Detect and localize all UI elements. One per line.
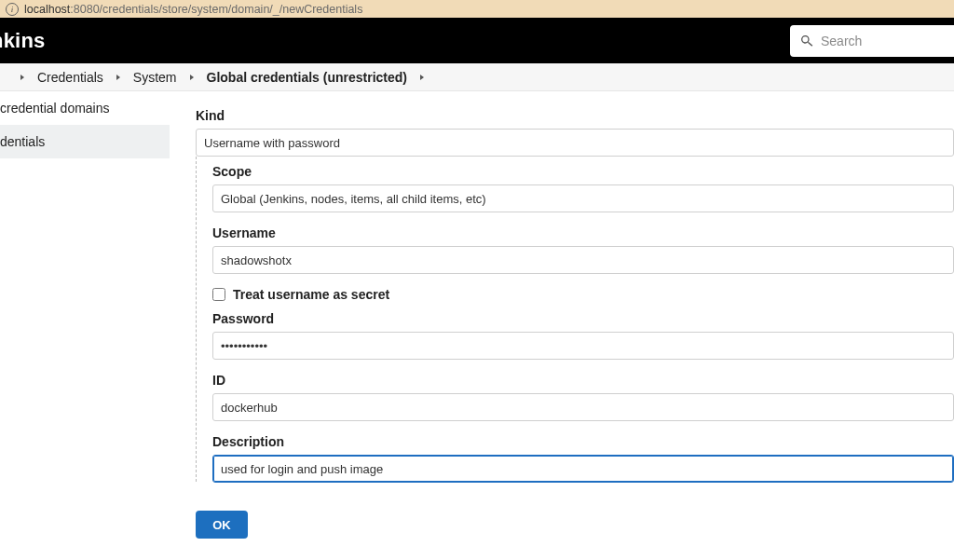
search-box[interactable] bbox=[790, 25, 954, 57]
sidebar: credential domains dentials bbox=[0, 91, 170, 560]
breadcrumb-credentials[interactable]: Credentials bbox=[32, 70, 109, 85]
jenkins-logo-text[interactable]: nkins bbox=[0, 29, 45, 53]
browser-address-bar: i localhost :8080/credentials/store/syst… bbox=[0, 0, 954, 18]
scope-label: Scope bbox=[212, 164, 954, 179]
description-label: Description bbox=[212, 434, 954, 449]
kind-value: Username with password bbox=[204, 136, 340, 150]
sidebar-item-credentials[interactable]: dentials bbox=[0, 125, 170, 158]
username-input-wrap[interactable] bbox=[212, 246, 954, 274]
breadcrumb: Credentials System Global credentials (u… bbox=[0, 63, 954, 91]
main-form: Kind Username with password Scope Global… bbox=[170, 91, 954, 560]
password-input-wrap[interactable] bbox=[212, 332, 954, 360]
breadcrumb-global-credentials[interactable]: Global credentials (unrestricted) bbox=[201, 70, 414, 85]
username-input[interactable] bbox=[221, 253, 946, 267]
treat-username-secret-checkbox[interactable] bbox=[212, 288, 225, 301]
sidebar-item-label: credential domains bbox=[0, 101, 110, 116]
url-path: :8080/credentials/store/system/domain/_/… bbox=[70, 3, 362, 16]
breadcrumb-system[interactable]: System bbox=[128, 70, 183, 85]
id-input[interactable] bbox=[221, 401, 946, 415]
id-input-wrap[interactable] bbox=[212, 393, 954, 421]
search-input[interactable] bbox=[821, 34, 945, 48]
ok-button[interactable]: OK bbox=[196, 511, 248, 539]
password-label: Password bbox=[212, 311, 954, 326]
username-label: Username bbox=[212, 225, 954, 240]
url-host: localhost bbox=[24, 3, 70, 16]
search-icon bbox=[799, 34, 814, 48]
chevron-right-icon bbox=[116, 75, 120, 80]
sidebar-item-credential-domains[interactable]: credential domains bbox=[0, 91, 170, 125]
kind-label: Kind bbox=[196, 108, 954, 123]
info-icon: i bbox=[6, 3, 19, 16]
id-label: ID bbox=[212, 373, 954, 388]
password-input[interactable] bbox=[221, 339, 946, 353]
chevron-right-icon bbox=[20, 75, 24, 80]
chevron-right-icon bbox=[420, 75, 424, 80]
scope-value: Global (Jenkins, nodes, items, all child… bbox=[221, 192, 486, 206]
treat-username-secret-row[interactable]: Treat username as secret bbox=[212, 287, 954, 302]
form-indent-guide bbox=[196, 157, 197, 482]
description-input[interactable] bbox=[221, 462, 946, 476]
sidebar-item-label: dentials bbox=[0, 134, 45, 149]
treat-username-secret-label: Treat username as secret bbox=[233, 287, 389, 302]
content-area: credential domains dentials Kind Usernam… bbox=[0, 91, 954, 560]
chevron-right-icon bbox=[190, 75, 194, 80]
scope-select[interactable]: Global (Jenkins, nodes, items, all child… bbox=[212, 184, 954, 212]
kind-select[interactable]: Username with password bbox=[196, 129, 954, 157]
top-bar: nkins bbox=[0, 18, 954, 63]
description-input-wrap[interactable] bbox=[212, 455, 954, 483]
